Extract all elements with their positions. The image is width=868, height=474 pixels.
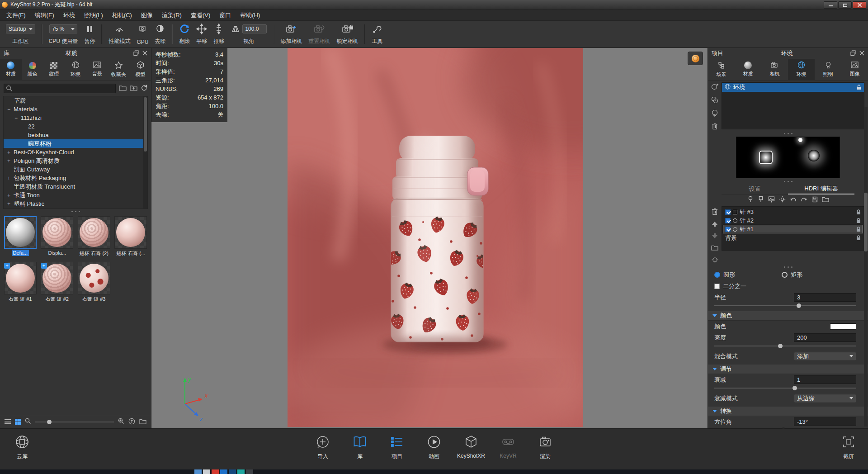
- section-adjust[interactable]: 调节: [708, 364, 868, 374]
- half-checkbox[interactable]: [714, 284, 720, 289]
- import-environment-icon[interactable]: [711, 109, 718, 118]
- slider-handle[interactable]: [793, 386, 797, 390]
- pan-button[interactable]: 平移: [193, 22, 210, 46]
- library-tab-materials[interactable]: 材质: [0, 59, 22, 80]
- tree-item-packaging[interactable]: +包装材料 Packaging: [4, 174, 147, 182]
- fov-input[interactable]: [242, 24, 267, 33]
- folder-add-icon[interactable]: [119, 85, 127, 92]
- duplicate-environment-icon[interactable]: [711, 96, 718, 105]
- library-tab-colors[interactable]: 颜色: [22, 59, 43, 80]
- library-tab-favorites[interactable]: 收藏夹: [108, 59, 130, 80]
- environment-widget-button[interactable]: [688, 52, 703, 65]
- material-thumbnail-plaster-short2[interactable]: + 石膏 短 #2: [40, 262, 75, 303]
- search-input[interactable]: [4, 84, 116, 93]
- float-panel-icon[interactable]: [133, 50, 139, 57]
- close-panel-icon[interactable]: [859, 50, 864, 57]
- panel-divider[interactable]: [708, 131, 868, 136]
- project-tab-environment[interactable]: 环境: [788, 59, 815, 80]
- workspace-dropdown[interactable]: Startup 工作区: [3, 22, 38, 46]
- falloff-input[interactable]: [794, 375, 856, 384]
- folder-up-icon[interactable]: [130, 85, 137, 92]
- tree-item-poliigon[interactable]: +Poliigon 高清材质: [4, 156, 147, 165]
- project-button[interactable]: 项目: [383, 432, 411, 460]
- tree-item-best-of[interactable]: +Best-Of-Keyshot-Cloud: [4, 148, 147, 156]
- lock-icon[interactable]: [857, 85, 861, 90]
- scrollbar-thumb[interactable]: [864, 193, 868, 251]
- screenshot-button[interactable]: 截屏: [835, 432, 863, 460]
- panel-divider[interactable]: [0, 209, 151, 213]
- radius-input[interactable]: [794, 293, 856, 302]
- close-button[interactable]: [853, 1, 866, 9]
- falloff-mode-dropdown[interactable]: 从边缘: [794, 394, 856, 403]
- pin-row-3[interactable]: 针 #3: [723, 208, 863, 216]
- library-tab-textures[interactable]: 纹理: [43, 59, 65, 80]
- tab-settings[interactable]: 设置: [722, 184, 788, 194]
- lock-icon[interactable]: [856, 209, 861, 215]
- library-tab-backplates[interactable]: 背景: [86, 59, 108, 80]
- maximize-button[interactable]: [838, 1, 852, 9]
- blend-mode-dropdown[interactable]: 添加: [794, 352, 856, 361]
- close-panel-icon[interactable]: [142, 50, 147, 57]
- material-thumbnail-default[interactable]: Defa...: [3, 216, 38, 257]
- grid-view-icon[interactable]: [15, 419, 21, 425]
- tab-hdri-editor[interactable]: HDRI 编辑器: [788, 184, 854, 194]
- add-camera-button[interactable]: 添加相机: [277, 22, 305, 46]
- menu-window[interactable]: 窗口: [215, 10, 236, 20]
- slider-handle[interactable]: [47, 420, 52, 424]
- pin-row-1-selected[interactable]: 针 #1: [723, 225, 863, 233]
- library-button[interactable]: 库: [346, 432, 374, 460]
- project-scrollbar[interactable]: [864, 107, 868, 427]
- open-folder-icon[interactable]: [822, 196, 829, 204]
- pause-button[interactable]: 暂停: [81, 22, 98, 46]
- project-tab-camera[interactable]: 相机: [761, 59, 788, 80]
- tree-item-cutaway[interactable]: 剖面 Cutaway: [4, 165, 147, 174]
- pin-visibility-checkbox[interactable]: [725, 218, 731, 223]
- float-panel-icon[interactable]: [850, 50, 856, 57]
- tree-item-22[interactable]: 22: [4, 122, 147, 131]
- menu-view[interactable]: 查看(V): [186, 10, 215, 20]
- delete-pin-icon[interactable]: [712, 208, 718, 217]
- material-thumbnail-displace[interactable]: Displa...: [40, 216, 75, 257]
- windows-taskbar[interactable]: [0, 469, 868, 474]
- reset-camera-button[interactable]: 重置相机: [305, 22, 333, 46]
- dolly-button[interactable]: 推移: [210, 22, 227, 46]
- upload-icon[interactable]: [128, 418, 135, 426]
- material-thumbnail-plaster2[interactable]: 短杯-石膏 (2): [77, 216, 111, 257]
- list-view-icon[interactable]: [5, 419, 11, 424]
- add-round-pin-icon[interactable]: [747, 196, 754, 204]
- move-pin-down-icon[interactable]: [712, 233, 718, 240]
- add-environment-icon[interactable]: [711, 83, 718, 92]
- redo-icon[interactable]: [801, 196, 807, 204]
- hdri-pin-list[interactable]: 针 #3 针 #2 针 #1 背景: [722, 206, 864, 251]
- lock-icon[interactable]: [856, 235, 861, 241]
- import-button[interactable]: 导入: [309, 432, 337, 460]
- material-thumbnail-plaster-short3[interactable]: 石膏 短 #3: [77, 262, 111, 303]
- pin-row-2[interactable]: 针 #2: [723, 216, 863, 225]
- tree-item-downloads[interactable]: 下载: [4, 96, 147, 105]
- hdri-preview[interactable]: [736, 137, 840, 178]
- add-badge[interactable]: +: [4, 263, 10, 269]
- taskbar-app-icon[interactable]: [229, 469, 236, 474]
- pin-visibility-checkbox[interactable]: [725, 209, 731, 215]
- zoom-out-icon[interactable]: [25, 418, 31, 426]
- menu-render[interactable]: 渲染(R): [157, 10, 186, 20]
- menu-image[interactable]: 图像: [137, 10, 157, 20]
- brightness-slider[interactable]: [714, 343, 856, 349]
- cpu-usage-dropdown[interactable]: 75 % CPU 使用量: [46, 22, 81, 46]
- tree-scrollbar[interactable]: [143, 96, 147, 209]
- animation-button[interactable]: 动画: [420, 432, 448, 460]
- render-button[interactable]: 渲染: [531, 432, 559, 460]
- menu-environment[interactable]: 环境: [59, 10, 80, 20]
- menu-lighting[interactable]: 照明(L): [80, 10, 108, 20]
- add-sun-pin-icon[interactable]: [779, 196, 786, 204]
- material-thumbnail-plaster-short1[interactable]: + 石膏 短 #1: [3, 262, 38, 303]
- folder-icon[interactable]: [711, 245, 718, 252]
- move-pin-up-icon[interactable]: [712, 221, 718, 228]
- add-badge[interactable]: +: [41, 263, 47, 269]
- taskbar-app-icon[interactable]: [220, 469, 227, 474]
- taskbar-app-icon[interactable]: [246, 469, 253, 474]
- color-swatch[interactable]: [830, 323, 856, 330]
- add-image-pin-icon[interactable]: [768, 196, 775, 204]
- section-color[interactable]: 颜色: [708, 311, 868, 321]
- menu-help[interactable]: 帮助(H): [236, 10, 264, 20]
